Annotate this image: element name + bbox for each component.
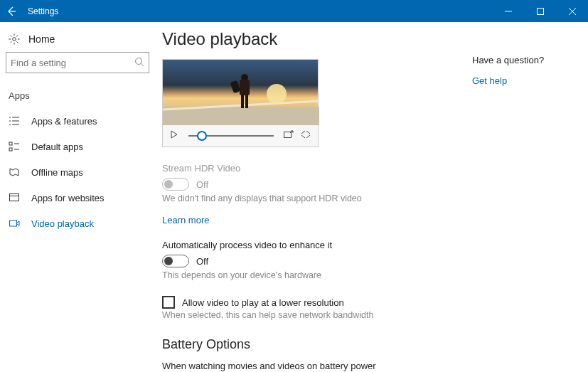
sidebar-item-apps-features[interactable]: Apps & features bbox=[6, 108, 149, 134]
sidebar-item-label: Video playback bbox=[31, 218, 94, 229]
video-controls bbox=[163, 124, 318, 147]
hdr-label: Stream HDR Video bbox=[162, 163, 469, 174]
svg-rect-23 bbox=[9, 148, 12, 151]
home-label: Home bbox=[28, 33, 55, 45]
svg-line-10 bbox=[17, 42, 18, 43]
sidebar-item-video-playback[interactable]: Video playback bbox=[6, 211, 149, 236]
titlebar: Settings bbox=[0, 0, 588, 22]
sidebar-item-apps-for-websites[interactable]: Apps for websites bbox=[6, 185, 149, 211]
checkbox-box[interactable] bbox=[162, 296, 175, 309]
svg-rect-33 bbox=[230, 80, 241, 93]
auto-process-value: Off bbox=[196, 256, 208, 267]
auto-process-label: Automatically process video to enhance i… bbox=[162, 240, 469, 250]
battery-heading: Battery Options bbox=[162, 337, 469, 352]
sidebar-item-offline-maps[interactable]: Offline maps bbox=[6, 159, 149, 185]
checkbox-label: Allow video to play at a lower resolutio… bbox=[182, 297, 344, 308]
svg-rect-21 bbox=[9, 142, 12, 145]
hdr-value: Off bbox=[196, 179, 208, 190]
video-icon bbox=[9, 218, 20, 229]
svg-line-11 bbox=[11, 42, 12, 43]
popout-icon[interactable] bbox=[284, 130, 294, 141]
home-button[interactable]: Home bbox=[6, 31, 149, 52]
svg-rect-31 bbox=[241, 95, 244, 108]
main-content: Video playback bbox=[155, 22, 588, 372]
play-icon[interactable] bbox=[170, 130, 178, 141]
sidebar: Home Apps Apps & features Default apps O… bbox=[0, 22, 155, 372]
page-title: Video playback bbox=[162, 29, 469, 49]
svg-rect-1 bbox=[537, 8, 543, 14]
defaults-icon bbox=[9, 141, 20, 152]
search-icon bbox=[134, 57, 144, 69]
learn-more-link[interactable]: Learn more bbox=[162, 215, 209, 225]
sidebar-item-label: Offline maps bbox=[31, 167, 83, 178]
websites-icon bbox=[9, 192, 20, 203]
window-controls bbox=[492, 0, 588, 22]
category-header: Apps bbox=[6, 87, 149, 104]
video-thumbnail bbox=[163, 60, 318, 124]
toggle-track bbox=[162, 178, 189, 191]
gear-icon bbox=[9, 33, 20, 45]
auto-process-helper: This depends on your device's hardware bbox=[162, 270, 469, 280]
search-box[interactable] bbox=[6, 52, 149, 73]
app-name: Settings bbox=[22, 6, 58, 16]
video-seekbar[interactable] bbox=[188, 135, 274, 137]
map-icon bbox=[9, 166, 20, 178]
get-help-link[interactable]: Get help bbox=[472, 75, 507, 86]
toggle-knob bbox=[164, 180, 173, 188]
hdr-toggle: Off bbox=[162, 178, 469, 191]
list-icon bbox=[9, 115, 20, 127]
svg-line-12 bbox=[17, 36, 18, 37]
video-seek-thumb[interactable] bbox=[197, 131, 207, 141]
sidebar-item-default-apps[interactable]: Default apps bbox=[6, 134, 149, 159]
lower-resolution-checkbox[interactable]: Allow video to play at a lower resolutio… bbox=[162, 296, 469, 309]
help-panel: Have a question? Get help bbox=[469, 29, 544, 372]
battery-label: When watching movies and videos on batte… bbox=[162, 361, 469, 371]
toggle-knob bbox=[164, 257, 173, 265]
back-button[interactable] bbox=[0, 0, 22, 22]
svg-line-14 bbox=[141, 63, 144, 66]
svg-point-28 bbox=[267, 84, 287, 104]
svg-rect-30 bbox=[240, 80, 250, 95]
minimize-button[interactable] bbox=[492, 0, 524, 22]
svg-rect-25 bbox=[10, 194, 19, 201]
hdr-helper: We didn't find any displays that support… bbox=[162, 193, 469, 203]
svg-rect-32 bbox=[245, 95, 248, 108]
close-button[interactable] bbox=[556, 0, 588, 22]
video-preview bbox=[162, 59, 319, 147]
fullscreen-icon[interactable] bbox=[301, 130, 311, 141]
search-input[interactable] bbox=[11, 58, 134, 68]
toggle-track[interactable] bbox=[162, 255, 189, 267]
sidebar-item-label: Apps & features bbox=[31, 116, 97, 127]
svg-rect-27 bbox=[10, 220, 17, 226]
sidebar-item-label: Apps for websites bbox=[31, 193, 105, 203]
help-title: Have a question? bbox=[472, 55, 544, 65]
checkbox-helper: When selected, this can help save networ… bbox=[162, 310, 469, 320]
maximize-button[interactable] bbox=[524, 0, 556, 22]
svg-line-9 bbox=[11, 36, 12, 37]
svg-point-4 bbox=[13, 38, 16, 41]
svg-point-13 bbox=[136, 58, 142, 64]
sidebar-item-label: Default apps bbox=[31, 142, 83, 152]
auto-process-toggle[interactable]: Off bbox=[162, 255, 469, 267]
